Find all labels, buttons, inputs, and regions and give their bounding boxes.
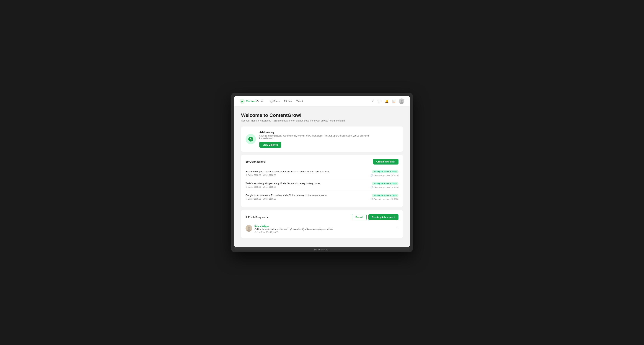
brief-left: Google to let you use a Fi number and a … <box>246 194 327 200</box>
pitch-row[interactable]: Krisna Wijaya California seeks to force … <box>246 223 398 234</box>
dollar-circle-icon: ⊙ <box>246 198 247 200</box>
brief-right: Waiting for editor to claim 🕐 Due date o… <box>370 170 398 177</box>
brief-right: Waiting for editor to claim 🕐 Due date o… <box>370 182 398 188</box>
main-content: Welcome to ContentGrow! Get your first s… <box>234 106 410 247</box>
brief-left: Safari to support password-less logins v… <box>246 170 329 176</box>
clock-icon: 🕐 <box>370 174 373 177</box>
avatar[interactable] <box>399 98 404 104</box>
brief-payment: Editor $100.00 | Writer $100.00 <box>248 186 276 188</box>
pitch-content: Krisna Wijaya California seeks to force … <box>254 225 332 233</box>
pitch-author: Krisna Wijaya <box>254 225 332 228</box>
brief-meta: ⊙ Editor $100.00 | Writer $100.00 <box>246 198 327 200</box>
brief-row[interactable]: Safari to support password-less logins v… <box>246 167 398 179</box>
brief-row[interactable]: Google to let you use a Fi number and a … <box>246 191 398 203</box>
pitch-row-actions: › <box>398 225 398 228</box>
see-all-button[interactable]: See all <box>352 214 366 220</box>
due-date: 🕐 Due date on June 26, 2020 <box>370 198 398 200</box>
due-date: 🕐 Due date on June 26, 2020 <box>370 186 398 188</box>
pitch-requests-card: 1 Pitch Requests See all Create pitch re… <box>241 210 403 238</box>
nav-talent[interactable]: Talent <box>296 100 303 103</box>
laptop-brand: MacBook Air <box>314 249 330 251</box>
add-money-content: Add money Starting a new project? You'll… <box>259 131 370 148</box>
add-money-card: $ Add money Starting a new project? You'… <box>241 126 403 152</box>
document-icon[interactable]: 📋 <box>392 99 396 103</box>
welcome-title: Welcome to ContentGrow! <box>241 112 403 118</box>
brief-right: Waiting for editor to claim 🕐 Due date o… <box>370 194 398 200</box>
nav-pitches[interactable]: Pitches <box>284 100 292 103</box>
create-new-brief-button[interactable]: Create new brief <box>373 159 398 165</box>
dollar-circle-icon: ⊙ <box>246 186 247 188</box>
pitch-count: 1 Pitch Requests <box>246 216 268 219</box>
svg-point-2 <box>401 100 402 102</box>
brief-row[interactable]: Tesla's reportedly shipped early Model S… <box>246 179 398 191</box>
pitch-title: California seeks to force Uber and Lyft … <box>254 228 332 231</box>
bell-icon[interactable]: 🔔 <box>385 99 389 103</box>
briefs-section-header: 10 Open Briefs Create new brief <box>246 159 398 165</box>
clock-icon: 🕐 <box>370 198 373 200</box>
briefs-count: 10 Open Briefs <box>246 160 265 163</box>
dollar-circle-icon: ⊙ <box>246 174 247 176</box>
pitch-button-group: See all Create pitch request <box>352 214 398 220</box>
chevron-right-icon: › <box>398 225 398 228</box>
create-pitch-request-button[interactable]: Create pitch request <box>368 214 398 220</box>
pitch-section-header: 1 Pitch Requests See all Create pitch re… <box>246 214 398 220</box>
nav-icons: ? 💬 🔔 📋 <box>370 98 404 104</box>
brief-meta: ⊙ Editor $100.00 | Writer $100.00 <box>246 186 320 188</box>
welcome-subtitle: Get your first story assigned -- create … <box>241 119 403 122</box>
clock-icon: 🕐 <box>370 186 373 188</box>
open-briefs-card: 10 Open Briefs Create new brief Safari t… <box>241 155 403 207</box>
status-badge: Waiting for editor to claim <box>372 170 398 173</box>
chat-icon[interactable]: 💬 <box>378 99 382 103</box>
brief-title: Safari to support password-less logins v… <box>246 170 329 173</box>
view-balance-button[interactable]: View Balance <box>259 142 281 148</box>
svg-text:$: $ <box>250 138 252 141</box>
brief-meta: ⊙ Editor $100.00 | Writer $100.00 <box>246 174 329 176</box>
brief-title: Tesla's reportedly shipped early Model S… <box>246 182 320 185</box>
nav-links: My Briefs Pitches Talent <box>270 100 370 103</box>
brief-payment: Editor $100.00 | Writer $100.00 <box>248 198 276 200</box>
pitch-period: Period June 25 - 27, 2020 <box>254 231 332 233</box>
logo-text: ContentGrow <box>246 100 264 103</box>
brief-left: Tesla's reportedly shipped early Model S… <box>246 182 320 188</box>
svg-point-7 <box>248 227 250 229</box>
logo[interactable]: ContentGrow <box>240 99 264 104</box>
add-money-title: Add money <box>259 131 370 134</box>
status-badge: Waiting for editor to claim <box>372 194 398 197</box>
brief-payment: Editor $100.00 | Writer $100.00 <box>248 174 276 176</box>
navbar: ContentGrow My Briefs Pitches Talent ? 💬… <box>234 96 410 106</box>
pitch-author-avatar <box>246 225 252 232</box>
dollar-icon: $ <box>248 137 253 142</box>
due-date: 🕐 Due date on June 26, 2020 <box>370 174 398 177</box>
add-money-desc: Starting a new project? You'll be ready … <box>259 134 370 140</box>
brief-title: Google to let you use a Fi number and a … <box>246 194 327 197</box>
status-badge: Waiting for editor to claim <box>372 182 398 185</box>
money-icon-wrap: $ <box>246 134 256 144</box>
nav-my-briefs[interactable]: My Briefs <box>270 100 280 103</box>
help-icon[interactable]: ? <box>370 99 375 103</box>
